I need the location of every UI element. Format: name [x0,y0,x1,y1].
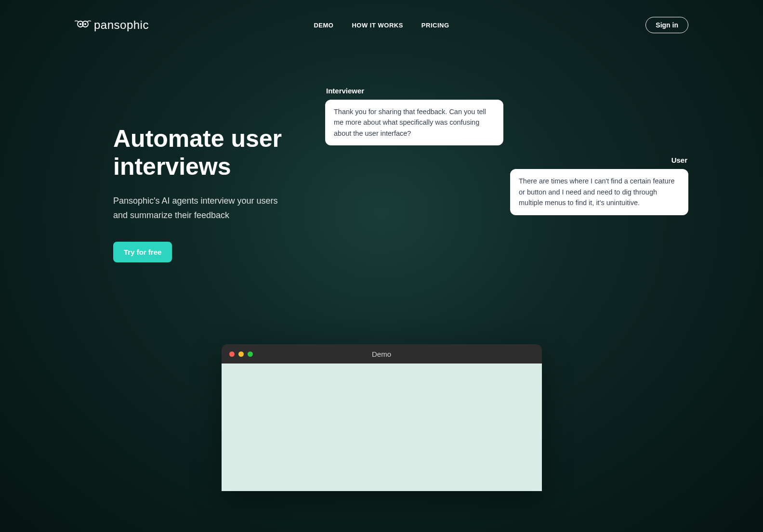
nav-how-it-works[interactable]: HOW IT WORKS [352,22,403,29]
chat-user-bubble: There are times where I can't find a cer… [510,169,688,215]
chat-user-label: User [344,156,688,164]
chat-interviewer-label: Interviewer [325,87,688,95]
svg-point-2 [79,23,81,25]
site-header: pansophic DEMO HOW IT WORKS PRICING Sign… [0,0,763,39]
hero-subtitle: Pansophic's AI agents interview your use… [113,194,287,222]
chat-user-block: User There are times where I can't find … [344,156,688,215]
logo-text: pansophic [94,18,149,32]
nav-pricing[interactable]: PRICING [421,22,449,29]
maximize-icon[interactable] [248,351,253,357]
signin-button[interactable]: Sign in [645,17,688,33]
chat-interviewer-block: Interviewer Thank you for sharing that f… [325,87,688,145]
demo-window-title: Demo [372,350,391,358]
hero-chat-preview: Interviewer Thank you for sharing that f… [325,87,688,262]
nav-demo[interactable]: DEMO [314,22,333,29]
demo-window-body [222,363,542,491]
main-nav: DEMO HOW IT WORKS PRICING [314,22,449,29]
logo[interactable]: pansophic [75,18,149,32]
demo-window: Demo [222,344,542,491]
demo-section: Demo [0,262,763,491]
hero-content: Automate user interviews Pansophic's AI … [113,87,306,262]
try-free-button[interactable]: Try for free [113,242,172,262]
minimize-icon[interactable] [238,351,244,357]
close-icon[interactable] [229,351,235,357]
demo-titlebar: Demo [222,344,542,363]
hero-section: Automate user interviews Pansophic's AI … [0,39,763,262]
hero-title: Automate user interviews [113,125,306,181]
svg-point-3 [84,23,86,25]
window-controls [229,351,253,357]
chat-interviewer-bubble: Thank you for sharing that feedback. Can… [325,100,503,145]
owl-icon [75,19,91,31]
